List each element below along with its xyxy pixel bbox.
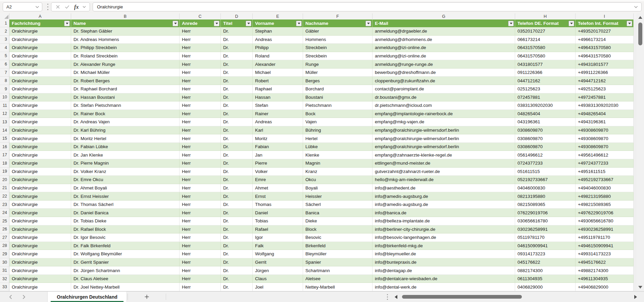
cell-titel[interactable]: Dr. bbox=[221, 250, 253, 258]
cell-telefon-int[interactable]: +4951611515 bbox=[576, 168, 634, 176]
cell-titel[interactable]: Dr. bbox=[221, 118, 253, 126]
cell-telefon-de[interactable]: 025125623 bbox=[515, 85, 576, 93]
cell-name[interactable]: Dr. Karl Bühring bbox=[71, 126, 180, 135]
row-number[interactable]: 23 bbox=[0, 201, 9, 209]
cell-nachname[interactable]: Birkenfeld bbox=[303, 242, 373, 250]
function-menu-chevron-icon[interactable] bbox=[82, 3, 87, 11]
cell-vorname[interactable]: Ahmet bbox=[253, 184, 303, 192]
cell-fachrichtung[interactable]: Oralchirurgie bbox=[9, 143, 71, 151]
header-cell-vorname[interactable]: Vorname bbox=[253, 19, 303, 27]
row-number[interactable]: 21 bbox=[0, 184, 9, 192]
cell-name[interactable]: Dr. Rafael Block bbox=[71, 225, 180, 234]
cell-telefon-de[interactable]: 030236258991 bbox=[515, 225, 576, 234]
cell-nachname[interactable]: Spanier bbox=[303, 258, 373, 267]
row-number[interactable]: 17 bbox=[0, 151, 9, 159]
cell-nachname[interactable]: Heissler bbox=[303, 192, 373, 201]
cell-telefon-int[interactable]: +493520170227 bbox=[576, 27, 634, 36]
cell-email[interactable]: empfang@implantologie-rainerbock.de bbox=[373, 110, 515, 118]
cell-fachrichtung[interactable]: Oralchirurgie bbox=[9, 93, 71, 102]
cell-fachrichtung[interactable]: Oralchirurgie bbox=[9, 192, 71, 201]
cell-telefon-de[interactable]: 044712162 bbox=[515, 77, 576, 85]
header-cell-telefon-int[interactable]: Telefon Int. Format bbox=[576, 19, 634, 27]
cell-nachname[interactable]: Block bbox=[303, 225, 373, 234]
cell-email[interactable]: info@amedis-augsburg.de bbox=[373, 201, 515, 209]
cell-titel[interactable]: Dr. bbox=[221, 134, 253, 143]
row-number[interactable]: 5 bbox=[0, 52, 9, 60]
cell-nachname[interactable]: Gäbler bbox=[303, 27, 373, 36]
row-number[interactable]: 15 bbox=[0, 134, 9, 143]
name-box[interactable]: A2 bbox=[3, 2, 42, 11]
cell-anrede[interactable]: Herr bbox=[180, 184, 221, 192]
cell-nachname[interactable]: Nettey-Marbell bbox=[303, 283, 373, 291]
cell-name[interactable]: Dr. Ahmet Boyali bbox=[71, 184, 180, 192]
cell-titel[interactable]: Dr. bbox=[221, 143, 253, 151]
cell-anrede[interactable]: Herr bbox=[180, 126, 221, 135]
cell-vorname[interactable]: Volker bbox=[253, 168, 303, 176]
cell-email[interactable]: dr.boustani@gmx.de bbox=[373, 93, 515, 102]
confirm-entry-icon[interactable] bbox=[63, 3, 71, 11]
row-number[interactable]: 12 bbox=[0, 110, 9, 118]
add-sheet-button[interactable] bbox=[143, 293, 151, 301]
cell-name[interactable]: Dr. Philipp Streckbein bbox=[71, 44, 180, 52]
header-cell-name[interactable]: Name bbox=[71, 19, 180, 27]
column-letter-e[interactable]: E bbox=[253, 13, 303, 19]
cell-email[interactable]: contact@paroimplant.de bbox=[373, 85, 515, 93]
cell-telefon-int[interactable]: +499314173223 bbox=[576, 250, 634, 258]
cell-fachrichtung[interactable]: Oralchirurgie bbox=[9, 101, 71, 110]
cell-vorname[interactable]: Rafael bbox=[253, 225, 303, 234]
cell-name[interactable]: Dr. Gerrit Spanier bbox=[71, 258, 180, 267]
cell-fachrichtung[interactable]: Oralchirurgie bbox=[9, 60, 71, 69]
cell-vorname[interactable]: Andreas bbox=[253, 118, 303, 126]
cell-anrede[interactable]: Herr bbox=[180, 266, 221, 275]
cell-fachrichtung[interactable]: Oralchirurgie bbox=[9, 184, 71, 192]
cell-vorname[interactable]: Stefan bbox=[253, 101, 303, 110]
cell-telefon-int[interactable]: +498213195880 bbox=[576, 192, 634, 201]
column-letter-a[interactable]: A bbox=[9, 13, 71, 19]
cell-email[interactable]: empfang@oralchirurgie-wilmersdorf.berlin bbox=[373, 134, 515, 143]
cell-vorname[interactable]: Karl bbox=[253, 126, 303, 135]
cell-telefon-de[interactable]: 048265404 bbox=[515, 110, 576, 118]
header-cell-fachrichtung[interactable]: Fachrichtung bbox=[9, 19, 71, 27]
cell-telefon-int[interactable]: +496431570580 bbox=[576, 44, 634, 52]
row-number[interactable]: 28 bbox=[0, 242, 9, 250]
cell-name[interactable]: Dr. Rainer Bock bbox=[71, 110, 180, 118]
row-number[interactable]: 26 bbox=[0, 225, 9, 234]
name-box-resize-handle[interactable] bbox=[46, 4, 49, 10]
cell-telefon-int[interactable]: +49406829000 bbox=[576, 283, 634, 291]
cell-nachname[interactable]: Schartmann bbox=[303, 266, 373, 275]
cell-telefon-de[interactable]: 045176622 bbox=[515, 258, 576, 267]
cell-anrede[interactable]: Herr bbox=[180, 101, 221, 110]
cell-telefon-int[interactable]: +4952192733667 bbox=[576, 176, 634, 184]
cell-vorname[interactable]: Raphael bbox=[253, 85, 303, 93]
cell-telefon-int[interactable]: +4948265404 bbox=[576, 110, 634, 118]
cell-vorname[interactable]: Hassan bbox=[253, 93, 303, 102]
cancel-entry-icon[interactable] bbox=[54, 3, 62, 11]
cell-fachrichtung[interactable]: Oralchirurgie bbox=[9, 283, 71, 291]
cell-telefon-int[interactable]: +498215089365 bbox=[576, 201, 634, 209]
header-cell-nachname[interactable]: Nachname bbox=[303, 19, 373, 27]
cell-titel[interactable]: Dr. bbox=[221, 201, 253, 209]
cell-telefon-int[interactable]: +4976229019706 bbox=[576, 209, 634, 217]
cell-fachrichtung[interactable]: Oralchirurgie bbox=[9, 134, 71, 143]
cell-email[interactable]: info@belleza-implantate.de bbox=[373, 217, 515, 225]
cell-telefon-de[interactable]: 076229019706 bbox=[515, 209, 576, 217]
cell-fachrichtung[interactable]: Oralchirurgie bbox=[9, 233, 71, 242]
cell-anrede[interactable]: Herr bbox=[180, 27, 221, 36]
horizontal-scrollbar[interactable] bbox=[401, 295, 632, 299]
cell-fachrichtung[interactable]: Oralchirurgie bbox=[9, 69, 71, 77]
cell-name[interactable]: Dr. Stephan Gäbler bbox=[71, 27, 180, 36]
row-number[interactable]: 13 bbox=[0, 118, 9, 126]
cell-vorname[interactable]: Tobias bbox=[253, 217, 303, 225]
filter-button[interactable] bbox=[365, 20, 371, 26]
cell-vorname[interactable]: Falk bbox=[253, 242, 303, 250]
cell-name[interactable]: Dr. Fabian Lübke bbox=[71, 143, 180, 151]
cell-titel[interactable]: Dr. bbox=[221, 151, 253, 159]
cell-telefon-de[interactable]: 09314173223 bbox=[515, 250, 576, 258]
row-number[interactable]: 30 bbox=[0, 258, 9, 267]
cell-telefon-de[interactable]: 0308609870 bbox=[515, 134, 576, 143]
cell-titel[interactable]: Dr. bbox=[221, 69, 253, 77]
cell-telefon-de[interactable]: 0882174300 bbox=[515, 266, 576, 275]
cell-name[interactable]: Dr. Raphael Borchard bbox=[71, 85, 180, 93]
cell-email[interactable]: ettlingen@mund-meister.de bbox=[373, 159, 515, 168]
scrollbar-resize-handle[interactable] bbox=[386, 294, 389, 300]
